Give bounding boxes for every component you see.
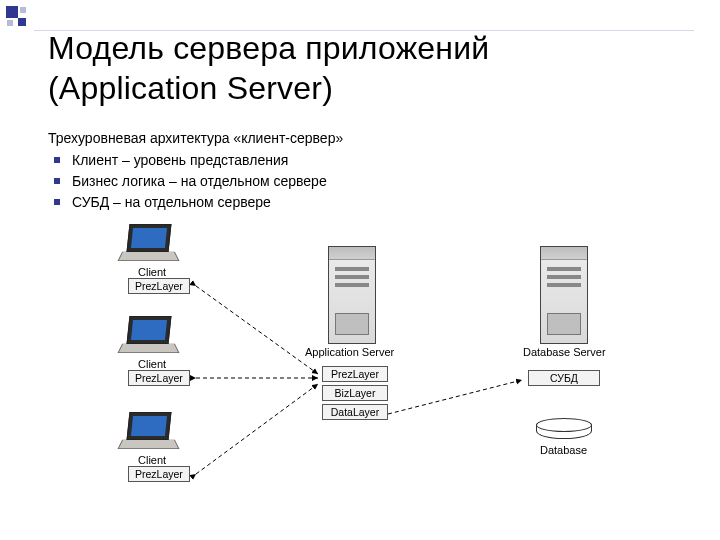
client-label: Client bbox=[138, 358, 166, 370]
diagram: Client PrezLayer Client PrezLayer Client… bbox=[20, 222, 700, 532]
slide: Модель сервера приложений (Application S… bbox=[0, 0, 720, 540]
app-prezlayer-box: PrezLayer bbox=[322, 366, 388, 382]
client-laptop-icon bbox=[120, 316, 180, 358]
dbms-box: СУБД bbox=[528, 370, 600, 386]
database-icon bbox=[536, 418, 590, 442]
client-laptop-icon bbox=[120, 412, 180, 454]
body-text: Трехуровневая архитектура «клиент-сервер… bbox=[48, 128, 343, 213]
app-server-label: Application Server bbox=[305, 346, 394, 358]
database-label: Database bbox=[540, 444, 587, 456]
slide-title: Модель сервера приложений (Application S… bbox=[48, 28, 489, 108]
bullet-item: Клиент – уровень представления bbox=[50, 150, 343, 170]
db-server-icon bbox=[540, 246, 588, 344]
svg-line-0 bbox=[196, 286, 318, 374]
client-label: Client bbox=[138, 454, 166, 466]
bullet-item: Бизнес логика – на отдельном сервере bbox=[50, 171, 343, 191]
prezlayer-box: PrezLayer bbox=[128, 278, 190, 294]
svg-line-3 bbox=[388, 380, 522, 414]
slide-ornament bbox=[6, 6, 30, 30]
bullet-list: Клиент – уровень представления Бизнес ло… bbox=[50, 150, 343, 212]
title-line-2: (Application Server) bbox=[48, 70, 333, 106]
client-label: Client bbox=[138, 266, 166, 278]
client-laptop-icon bbox=[120, 224, 180, 266]
bullet-item: СУБД – на отдельном сервере bbox=[50, 192, 343, 212]
app-datalayer-box: DataLayer bbox=[322, 404, 388, 420]
app-bizlayer-box: BizLayer bbox=[322, 385, 388, 401]
prezlayer-box: PrezLayer bbox=[128, 370, 190, 386]
prezlayer-box: PrezLayer bbox=[128, 466, 190, 482]
title-line-1: Модель сервера приложений bbox=[48, 30, 489, 66]
app-server-icon bbox=[328, 246, 376, 344]
intro-text: Трехуровневая архитектура «клиент-сервер… bbox=[48, 128, 343, 148]
svg-line-2 bbox=[196, 384, 318, 474]
db-server-label: Database Server bbox=[523, 346, 606, 358]
